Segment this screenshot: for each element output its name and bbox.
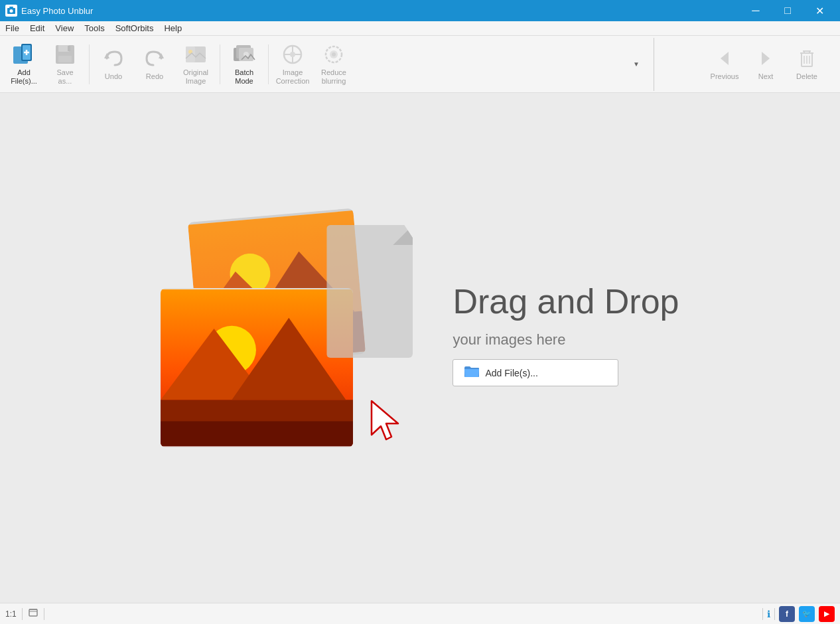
reduce-blurring-button[interactable]: Reduceblurring	[314, 40, 354, 88]
svg-rect-51	[161, 422, 353, 447]
reduce-blurring-icon	[322, 42, 346, 66]
minimize-button[interactable]: ─	[740, 0, 771, 21]
status-separator-3	[762, 608, 763, 620]
delete-button[interactable]: Delete	[787, 40, 827, 88]
reduce-blurring-label: Reduceblurring	[321, 68, 346, 86]
previous-label: Previous	[711, 72, 739, 81]
delete-icon	[795, 46, 819, 70]
save-as-label: Saveas...	[56, 68, 73, 86]
svg-rect-2	[9, 7, 13, 8]
add-files-button[interactable]: AddFile(s)...	[4, 40, 44, 88]
image-correction-icon	[281, 42, 305, 66]
toolbar-right-divider	[654, 38, 654, 91]
batch-mode-button[interactable]: BatchMode	[224, 40, 264, 88]
redo-label: Redo	[146, 72, 163, 81]
menu-softorbits[interactable]: SoftOrbits	[110, 22, 159, 35]
batch-mode-icon	[232, 42, 256, 66]
original-image-icon	[184, 42, 208, 66]
add-files-main-label: Add File(s)...	[485, 368, 537, 378]
close-button[interactable]: ✕	[804, 0, 835, 21]
image-correction-button[interactable]: ImageCorrection	[273, 40, 313, 88]
toolbar-more-button[interactable]: ▼	[632, 60, 641, 69]
status-icon	[28, 607, 38, 620]
folder-icon	[464, 365, 480, 380]
svg-marker-52	[372, 401, 398, 439]
undo-icon	[102, 46, 125, 70]
previous-button[interactable]: Previous	[705, 40, 744, 88]
drag-drop-subtitle: your images here	[453, 331, 679, 349]
app-title: Easy Photo Unblur	[21, 6, 93, 16]
menu-help[interactable]: Help	[159, 22, 187, 35]
add-files-label: AddFile(s)...	[11, 68, 37, 86]
zoom-level: 1:1	[5, 609, 17, 619]
svg-marker-29	[762, 52, 770, 65]
menu-edit[interactable]: Edit	[25, 22, 50, 35]
info-icon[interactable]: ℹ	[767, 609, 770, 619]
title-bar: Easy Photo Unblur ─ □ ✕	[0, 0, 840, 21]
original-image-button[interactable]: OriginalImage	[176, 40, 216, 88]
menu-tools[interactable]: Tools	[79, 22, 109, 35]
status-separator-4	[774, 608, 775, 620]
drop-text-area: Drag and Drop your images here Add File(…	[453, 283, 679, 386]
toolbar-right-buttons: Previous Next	[705, 40, 827, 88]
svg-marker-28	[721, 52, 729, 65]
drop-zone: Drag and Drop your images here Add File(…	[161, 215, 679, 454]
status-bar: 1:1 ℹ f 🐦 ▶	[0, 603, 840, 624]
next-icon	[754, 46, 778, 70]
delete-label: Delete	[796, 72, 817, 81]
redo-button[interactable]: Redo	[135, 40, 175, 88]
batch-mode-label: BatchMode	[235, 68, 253, 86]
facebook-icon[interactable]: f	[779, 606, 795, 622]
next-button[interactable]: Next	[746, 40, 786, 88]
svg-point-1	[10, 9, 13, 13]
menu-view[interactable]: View	[50, 22, 79, 35]
save-as-icon	[53, 42, 77, 66]
undo-label: Undo	[105, 72, 122, 81]
add-files-icon	[12, 42, 36, 66]
svg-rect-11	[58, 56, 72, 62]
undo-button[interactable]: Undo	[94, 40, 133, 88]
window-controls: ─ □ ✕	[740, 0, 835, 21]
next-label: Next	[758, 72, 774, 81]
image-illustration	[161, 215, 413, 454]
maximize-button[interactable]: □	[772, 0, 803, 21]
drag-drop-title: Drag and Drop	[453, 283, 679, 321]
youtube-icon[interactable]: ▶	[819, 606, 835, 622]
status-separator-2	[44, 608, 44, 620]
redo-icon	[143, 46, 167, 70]
status-separator-1	[22, 608, 23, 620]
svg-rect-10	[68, 46, 70, 51]
toolbar: AddFile(s)... Saveas... Undo	[0, 36, 840, 93]
menu-bar: File Edit View Tools SoftOrbits Help	[0, 21, 840, 36]
svg-rect-53	[29, 609, 37, 616]
original-image-label: OriginalImage	[183, 68, 208, 86]
add-files-main-button[interactable]: Add File(s)...	[453, 359, 618, 386]
image-correction-label: ImageCorrection	[276, 68, 310, 86]
cursor-icon	[366, 398, 406, 447]
app-icon	[5, 5, 17, 17]
twitter-icon[interactable]: 🐦	[799, 606, 815, 622]
svg-rect-9	[58, 45, 69, 52]
fold-card	[326, 225, 413, 358]
main-content: Drag and Drop your images here Add File(…	[0, 93, 840, 603]
previous-icon	[713, 46, 736, 70]
svg-point-24	[290, 52, 295, 57]
svg-point-27	[332, 52, 336, 56]
menu-file[interactable]: File	[0, 22, 25, 35]
save-as-button[interactable]: Saveas...	[45, 40, 85, 88]
front-image-card	[161, 288, 353, 447]
